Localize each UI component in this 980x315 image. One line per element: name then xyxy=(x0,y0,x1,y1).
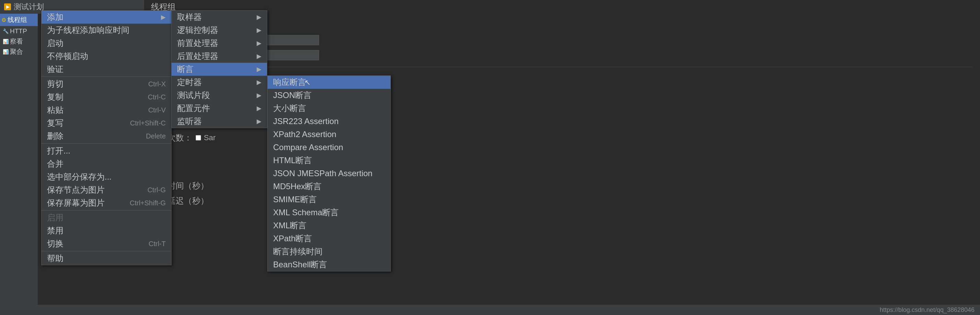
ctx-menu2-test-frag-arrow: ▶ xyxy=(257,92,261,99)
separator1 xyxy=(151,67,973,67)
ctx-item-paste-label: 粘贴 xyxy=(47,104,64,116)
ctx-menu-item-save-screen-img[interactable]: 保存屏幕为图片 Ctrl+Shift-G xyxy=(41,196,171,209)
ctx-menu2-test-frag-label: 测试片段 xyxy=(177,90,210,101)
ctx-menu-item-paste[interactable]: 粘贴 Ctrl-V xyxy=(41,103,171,117)
ctx-item-add-arrow: ▶ xyxy=(161,13,166,21)
ctx-item-save-screen-shortcut: Ctrl+Shift-G xyxy=(130,199,166,207)
ctx-menu3-xpath2-label: XPath2 Assertion xyxy=(273,130,336,139)
ctx-menu3-beanshell[interactable]: BeanShell断言 xyxy=(268,258,390,271)
ctx-menu2-timer-arrow: ▶ xyxy=(257,79,261,86)
ctx-menu2-sampler-label: 取样器 xyxy=(177,12,202,23)
name-row: 名称： xyxy=(151,35,973,46)
ctx-menu-item-save-node-img[interactable]: 保存节点为图片 Ctrl-G xyxy=(41,184,171,196)
ctx-item-delete-label: 删除 xyxy=(47,131,64,142)
ctx-menu-item-open[interactable]: 打开... xyxy=(41,144,171,157)
ctx-menu2-post-processor[interactable]: 后置处理器 ▶ xyxy=(172,50,267,63)
context-menu-1: 添加 ▶ 为子线程添加响应时间 启动 不停顿启动 验证 剪切 Ctrl-X 复制… xyxy=(41,10,172,265)
ctx-menu2-post-arrow: ▶ xyxy=(257,52,261,60)
ctx-menu-item-add[interactable]: 添加 ▶ xyxy=(41,11,171,24)
ctx-menu3-json-label: JSON断言 xyxy=(273,90,312,101)
ctx-menu3-xml-schema[interactable]: XML Schema断言 xyxy=(268,206,390,219)
ctx-item-save-sel-label: 选中部分保存为... xyxy=(47,171,111,182)
ctx-menu-item-cut[interactable]: 剪切 Ctrl-X xyxy=(41,78,171,90)
ctx-menu-item-save-selection[interactable]: 选中部分保存为... xyxy=(41,170,171,184)
ctx-menu3-size-label: 大小断言 xyxy=(273,103,306,114)
ctx-menu3-md5hex[interactable]: MD5Hex断言 xyxy=(268,180,390,193)
ctx-menu3-xpath[interactable]: XPath断言 xyxy=(268,232,390,245)
status-bar: https://blog.csdn.net/qq_38628046 xyxy=(0,305,980,315)
ctx-menu2-logic-controller[interactable]: 逻辑控制器 ▶ xyxy=(172,24,267,37)
ctx-menu3-duration-label: 断言持续时间 xyxy=(273,246,323,257)
ctx-separator-3 xyxy=(41,210,171,211)
ctx-menu2-config-arrow: ▶ xyxy=(257,104,261,112)
threadgroup-label: 线程组 xyxy=(8,16,27,24)
ctx-menu2-listener-label: 监听器 xyxy=(177,116,202,127)
ctx-menu2-config-label: 配置元件 xyxy=(177,103,210,114)
ctx-menu2-config-element[interactable]: 配置元件 ▶ xyxy=(172,102,267,115)
ctx-menu2-test-fragment[interactable]: 测试片段 ▶ xyxy=(172,89,267,102)
ctx-menu-item-no-pause-start[interactable]: 不停顿启动 xyxy=(41,50,171,63)
ctx-menu3-response-assertion[interactable]: 响应断言 xyxy=(268,76,390,89)
ctx-item-merge-label: 合并 xyxy=(47,158,64,169)
context-menu-2: 取样器 ▶ 逻辑控制器 ▶ 前置处理器 ▶ 后置处理器 ▶ 断言 ▶ 定时器 ▶… xyxy=(171,10,267,128)
ctx-menu3-html-assertion[interactable]: HTML断言 xyxy=(268,154,390,167)
ctx-menu3-compare-label: Compare Assertion xyxy=(273,142,343,152)
agg-icon: 📊 xyxy=(3,49,9,54)
ctx-menu2-listener[interactable]: 监听器 ▶ xyxy=(172,115,267,128)
ctx-menu2-sampler[interactable]: 取样器 ▶ xyxy=(172,11,267,24)
ctx-menu-item-merge[interactable]: 合并 xyxy=(41,157,171,170)
ctx-menu3-html-label: HTML断言 xyxy=(273,155,312,166)
app-icon: ▶ xyxy=(4,3,11,10)
ctx-menu3-smime[interactable]: SMIME断言 xyxy=(268,193,390,206)
context-menu-3: 响应断言 JSON断言 大小断言 JSR223 Assertion XPath2… xyxy=(267,75,391,271)
ctx-item-validate-label: 验证 xyxy=(47,64,64,75)
ctx-menu-item-start[interactable]: 启动 xyxy=(41,37,171,50)
ctx-menu-item-help[interactable]: 帮助 xyxy=(41,252,171,265)
ctx-menu3-json-jmespath-label: JSON JMESPath Assertion xyxy=(273,169,372,178)
ctx-menu3-size-assertion[interactable]: 大小断言 xyxy=(268,102,390,115)
ctx-menu-item-add-response-time[interactable]: 为子线程添加响应时间 xyxy=(41,24,171,37)
gather-label: 察看 xyxy=(10,37,23,46)
ctx-item-cut-label: 剪切 xyxy=(47,79,64,89)
ctx-menu3-assertion-duration[interactable]: 断言持续时间 xyxy=(268,245,390,258)
tree-item-gather[interactable]: 📊 察看 xyxy=(3,36,37,47)
ctx-menu3-smime-label: SMIME断言 xyxy=(273,194,317,205)
ctx-menu3-json-assertion[interactable]: JSON断言 xyxy=(268,89,390,102)
http-label: HTTP xyxy=(10,27,27,35)
tree-item-http[interactable]: 🔧 HTTP xyxy=(3,26,37,36)
ctx-menu2-timer-label: 定时器 xyxy=(177,77,202,88)
ctx-menu3-response-label: 响应断言 xyxy=(273,77,306,88)
ctx-menu-item-toggle[interactable]: 切换 Ctrl-T xyxy=(41,237,171,250)
ctx-separator-1 xyxy=(41,76,171,77)
ctx-menu3-xml[interactable]: XML断言 xyxy=(268,219,390,232)
ctx-menu3-md5hex-label: MD5Hex断言 xyxy=(273,181,321,192)
ctx-item-add-label: 添加 xyxy=(47,12,64,23)
tree-panel xyxy=(0,14,38,315)
ctx-menu3-jsr223-assertion[interactable]: JSR223 Assertion xyxy=(268,115,390,128)
same-user-checkbox[interactable] xyxy=(196,135,201,141)
ctx-menu2-sampler-arrow: ▶ xyxy=(257,13,261,21)
agg-label: 聚合 xyxy=(10,47,23,56)
ctx-item-open-label: 打开... xyxy=(47,145,70,156)
ctx-menu2-timer[interactable]: 定时器 ▶ xyxy=(172,76,267,89)
ctx-menu-item-validate[interactable]: 验证 xyxy=(41,63,171,76)
ctx-menu2-pre-processor[interactable]: 前置处理器 ▶ xyxy=(172,37,267,50)
ctx-menu2-logic-label: 逻辑控制器 xyxy=(177,25,218,36)
ctx-item-rewrite-label: 复写 xyxy=(47,117,64,128)
ctx-menu3-jsr223-label: JSR223 Assertion xyxy=(273,117,339,126)
ctx-menu2-assertion[interactable]: 断言 ▶ xyxy=(172,63,267,76)
ctx-menu3-xpath-label: XPath断言 xyxy=(273,233,312,244)
ctx-menu3-compare-assertion[interactable]: Compare Assertion xyxy=(268,141,390,154)
ctx-item-rewrite-shortcut: Ctrl+Shift-C xyxy=(130,119,166,127)
tree-item-agg[interactable]: 📊 聚合 xyxy=(3,47,37,57)
ctx-menu3-json-jmespath[interactable]: JSON JMESPath Assertion xyxy=(268,167,390,180)
ctx-item-add-response-label: 为子线程添加响应时间 xyxy=(47,25,129,36)
ctx-menu-item-disable[interactable]: 禁用 xyxy=(41,224,171,237)
ctx-menu-item-delete[interactable]: 删除 Delete xyxy=(41,130,171,142)
ctx-item-save-node-label: 保存节点为图片 xyxy=(47,184,105,195)
ctx-menu-item-copy[interactable]: 复制 Ctrl-C xyxy=(41,90,171,103)
tree-item-threadgroup[interactable]: ⚙ 线程组 xyxy=(0,14,38,26)
ctx-separator-2 xyxy=(41,143,171,144)
ctx-menu-item-rewrite[interactable]: 复写 Ctrl+Shift-C xyxy=(41,117,171,130)
ctx-menu3-xpath2-assertion[interactable]: XPath2 Assertion xyxy=(268,128,390,141)
